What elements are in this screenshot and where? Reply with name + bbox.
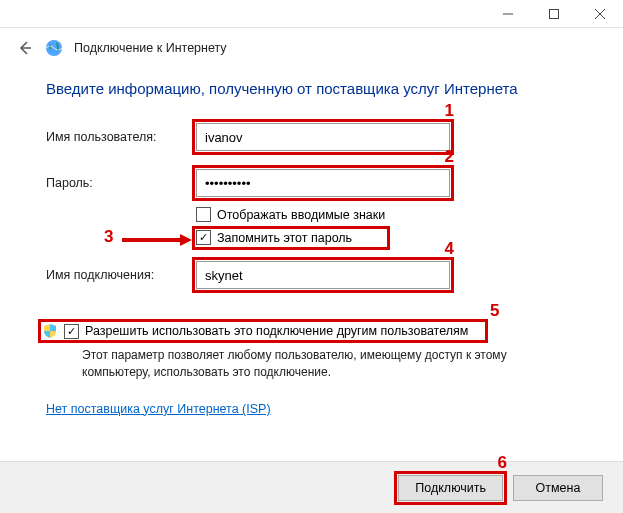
- username-row: Имя пользователя: 1: [46, 123, 577, 151]
- back-arrow-icon[interactable]: [16, 39, 34, 57]
- page-heading: Введите информацию, полученную от постав…: [46, 80, 577, 97]
- svg-marker-7: [180, 234, 192, 246]
- connect-button[interactable]: Подключить: [398, 475, 503, 501]
- footer: Подключить 6 Отмена: [0, 461, 623, 513]
- password-row: Пароль: 2: [46, 169, 577, 197]
- share-checkbox[interactable]: ✓: [64, 324, 79, 339]
- remember-label: Запомнить этот пароль: [217, 231, 352, 245]
- remember-checkbox[interactable]: ✓: [196, 230, 211, 245]
- callout-6: 6: [498, 453, 507, 473]
- share-block: ✓ Разрешить использовать это подключение…: [46, 323, 577, 382]
- arrow-3: [122, 232, 192, 248]
- cancel-button[interactable]: Отмена: [513, 475, 603, 501]
- callout-1: 1: [445, 101, 454, 121]
- close-button[interactable]: [577, 0, 623, 28]
- show-chars-label: Отображать вводимые знаки: [217, 208, 385, 222]
- globe-icon: [44, 38, 64, 58]
- share-row: ✓ Разрешить использовать это подключение…: [42, 323, 577, 339]
- dialog-header: Подключение к Интернету: [0, 28, 623, 62]
- password-input[interactable]: [196, 169, 450, 197]
- svg-rect-1: [550, 9, 559, 18]
- shield-icon: [42, 323, 58, 339]
- username-input[interactable]: [196, 123, 450, 151]
- callout-3: 3: [104, 227, 113, 247]
- window-title: Подключение к Интернету: [74, 41, 227, 55]
- callout-5: 5: [490, 301, 499, 321]
- maximize-button[interactable]: [531, 0, 577, 28]
- share-label: Разрешить использовать это подключение д…: [85, 324, 468, 338]
- titlebar: [0, 0, 623, 28]
- connection-label: Имя подключения:: [46, 268, 196, 282]
- show-chars-checkbox[interactable]: [196, 207, 211, 222]
- password-label: Пароль:: [46, 176, 196, 190]
- minimize-button[interactable]: [485, 0, 531, 28]
- remember-row: ✓ Запомнить этот пароль 3: [196, 230, 577, 245]
- share-description: Этот параметр позволяет любому пользоват…: [82, 347, 577, 382]
- no-isp-link[interactable]: Нет поставщика услуг Интернета (ISP): [46, 402, 271, 416]
- connection-row: Имя подключения: 4: [46, 261, 577, 289]
- username-label: Имя пользователя:: [46, 130, 196, 144]
- content-area: Введите информацию, полученную от постав…: [0, 62, 623, 426]
- connection-input[interactable]: [196, 261, 450, 289]
- show-chars-row: Отображать вводимые знаки: [196, 207, 577, 222]
